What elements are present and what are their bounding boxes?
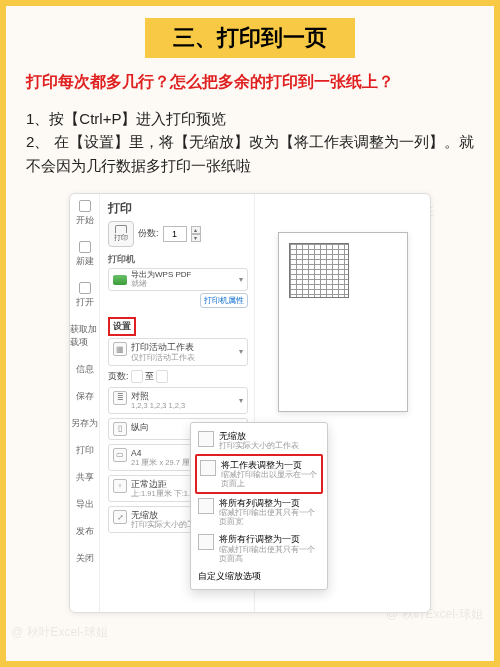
copies-label: 份数: [138,227,159,240]
page-from[interactable] [131,370,143,383]
step-2: 2、 在【设置】里，将【无缩放】改为【将工作表调整为一列】。就不会因为几行数据多… [26,130,474,177]
portrait-icon: ▯ [113,422,127,436]
question-text: 打印每次都多几行？怎么把多余的打印到一张纸上？ [6,72,494,107]
scale-cols-icon [198,498,214,514]
copies-row: 打印 份数: ▴▾ [108,221,248,247]
margins-icon: ▫ [113,479,127,493]
page-title: 三、打印到一页 [145,18,355,58]
scale-icon: ⤢ [113,510,127,524]
chevron-down-icon: ▾ [239,347,243,356]
rail-item-new[interactable]: 新建 [76,241,94,268]
page-to[interactable] [156,370,168,383]
open-icon [79,282,91,294]
print-what-select[interactable]: ▦ 打印活动工作表仅打印活动工作表 ▾ [108,338,248,365]
scale-fit-icon [200,460,216,476]
print-button[interactable]: 打印 [108,221,134,247]
rail-item-save[interactable]: 保存 [76,390,94,403]
scaling-option-fit-cols[interactable]: 将所有列调整为一页缩减打印输出使其只有一个页面宽 [195,494,323,530]
scaling-option-none[interactable]: 无缩放打印实际大小的工作表 [195,427,323,454]
steps: 1、按【Ctrl+P】进入打印预览 2、 在【设置】里，将【无缩放】改为【将工作… [6,107,494,187]
scaling-dropdown: 无缩放打印实际大小的工作表 将工作表调整为一页缩减打印输出以显示在一个页面上 将… [190,422,328,590]
copies-input[interactable] [163,226,187,242]
scaling-option-fit-sheet[interactable]: 将工作表调整为一页缩减打印输出以显示在一个页面上 [195,454,323,494]
watermark: @ 秋叶Excel-球姐 [11,624,108,641]
printer-select[interactable]: 导出为WPS PDF 就绪 ▾ [108,268,248,292]
printer-icon [115,225,127,233]
collate-icon: ≣ [113,391,127,405]
collate-select[interactable]: ≣ 对照1,2,3 1,2,3 1,2,3 ▾ [108,387,248,414]
preview-page [278,232,408,412]
scale-none-icon [198,431,214,447]
rail-item-saveas[interactable]: 另存为 [71,417,98,430]
page-icon: ▭ [113,448,127,462]
chevron-down-icon: ▾ [239,275,243,284]
rail-item-info[interactable]: 信息 [76,363,94,376]
printer-properties-link[interactable]: 打印机属性 [200,293,248,308]
sheet-icon: ▦ [113,342,127,356]
copies-spinner[interactable]: ▴▾ [191,226,201,242]
screenshot-container: 开始 新建 打开 获取加载项 信息 保存 另存为 打印 共享 导出 发布 关闭 … [69,193,431,613]
backstage-rail: 开始 新建 打开 获取加载项 信息 保存 另存为 打印 共享 导出 发布 关闭 [70,194,100,612]
rail-item-home[interactable]: 开始 [76,200,94,227]
rail-item-share[interactable]: 共享 [76,471,94,484]
chevron-down-icon: ▾ [239,396,243,405]
rail-item-print[interactable]: 打印 [76,444,94,457]
settings-heading: 设置 [108,317,136,336]
scaling-option-fit-rows[interactable]: 将所有行调整为一页缩减打印输出使其只有一个页面高 [195,530,323,566]
preview-table [289,243,349,298]
rail-item-export[interactable]: 导出 [76,498,94,511]
step-1: 1、按【Ctrl+P】进入打印预览 [26,107,474,130]
scaling-option-custom[interactable]: 自定义缩放选项 [195,567,323,585]
rail-item-addins[interactable]: 获取加载项 [70,323,99,349]
printer-device-icon [113,275,127,285]
home-icon [79,200,91,212]
rail-item-publish[interactable]: 发布 [76,525,94,538]
print-heading: 打印 [108,200,248,217]
rail-item-close[interactable]: 关闭 [76,552,94,565]
rail-item-open[interactable]: 打开 [76,282,94,309]
pages-row: 页数: 至 [108,370,248,383]
printer-label: 打印机 [108,253,248,266]
new-icon [79,241,91,253]
scale-rows-icon [198,534,214,550]
